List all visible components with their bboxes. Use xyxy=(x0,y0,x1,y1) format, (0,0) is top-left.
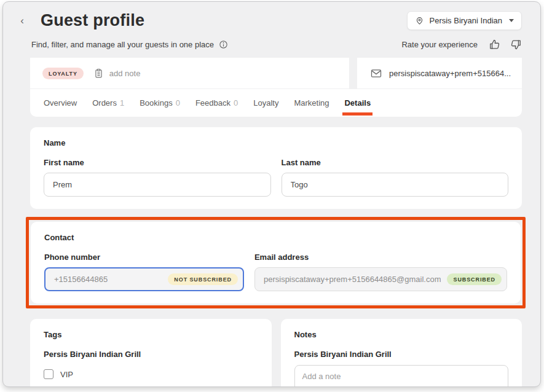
bottom-row: Tags Persis Biryani Indian Grill VIP Not… xyxy=(30,319,522,387)
tab-feedback[interactable]: Feedback 0 xyxy=(195,89,238,117)
contact-highlight-box: Contact Phone number +15156644865 NOT SU… xyxy=(26,217,526,308)
note-textarea[interactable] xyxy=(294,365,509,387)
notes-section: Notes Persis Biryani Indian Grill xyxy=(281,319,522,387)
note-clipboard-icon xyxy=(93,68,104,79)
contact-section: Contact Phone number +15156644865 NOT SU… xyxy=(31,222,521,304)
tab-bookings[interactable]: Bookings 0 xyxy=(140,89,180,117)
info-icon[interactable] xyxy=(219,40,228,49)
add-note-label: add note xyxy=(109,69,141,78)
chevron-down-icon xyxy=(509,19,514,22)
thumbs-down-icon[interactable] xyxy=(510,39,522,50)
rate-experience: Rate your experience xyxy=(401,39,522,50)
tab-details[interactable]: Details xyxy=(344,89,371,117)
thumbs-up-icon[interactable] xyxy=(489,39,500,50)
guest-email-truncated: persispiscataway+prem+515664... xyxy=(389,69,511,78)
email-field[interactable]: persispiscataway+prem+5156644865@gmail.c… xyxy=(254,267,507,291)
location-selector[interactable]: Persis Biryani Indian xyxy=(407,11,522,30)
last-name-field[interactable] xyxy=(282,173,509,197)
tags-restaurant-name: Persis Biryani Indian Grill xyxy=(44,350,258,359)
guest-profile-window: ‹ Guest profile Persis Biryani Indian Fi… xyxy=(2,1,541,387)
rate-experience-label: Rate your experience xyxy=(401,40,478,49)
active-tab-underline xyxy=(342,112,373,116)
page-subtitle: Find, filter, and manage all your guests… xyxy=(31,40,214,49)
phone-subscription-badge: NOT SUBSCRIBED xyxy=(168,273,238,285)
location-selector-label: Persis Biryani Indian xyxy=(430,16,503,25)
tab-overview[interactable]: Overview xyxy=(44,89,77,117)
header: ‹ Guest profile Persis Biryani Indian xyxy=(3,2,540,33)
first-name-field[interactable] xyxy=(44,173,271,197)
tags-section-title: Tags xyxy=(44,330,258,339)
email-subscription-badge: SUBSCRIBED xyxy=(447,273,502,285)
envelope-icon xyxy=(371,69,382,78)
first-name-label: First name xyxy=(44,158,271,167)
email-value: persispiscataway+prem+5156644865@gmail.c… xyxy=(264,275,441,284)
tab-loyalty[interactable]: Loyalty xyxy=(253,89,278,117)
contact-section-title: Contact xyxy=(44,233,507,242)
phone-label: Phone number xyxy=(44,253,244,262)
back-chevron-icon: ‹ xyxy=(20,15,24,27)
location-pin-icon xyxy=(415,16,424,25)
name-section-title: Name xyxy=(44,138,508,147)
name-section: Name First name Last name xyxy=(30,127,522,209)
email-label: Email address xyxy=(254,253,507,262)
phone-value: +15156644865 xyxy=(54,275,108,284)
add-note-button[interactable]: add note xyxy=(93,68,141,79)
guest-summary-card: LOYALTY add note xyxy=(30,58,349,88)
guest-contact-card: persispiscataway+prem+515664... xyxy=(357,58,522,88)
notes-restaurant-name: Persis Biryani Indian Grill xyxy=(294,350,509,359)
sub-header: Find, filter, and manage all your guests… xyxy=(3,33,540,58)
tab-orders[interactable]: Orders 1 xyxy=(92,89,124,117)
tags-section: Tags Persis Biryani Indian Grill VIP xyxy=(30,319,272,387)
tab-marketing[interactable]: Marketing xyxy=(294,89,329,117)
back-button[interactable]: ‹ xyxy=(15,14,29,28)
guest-summary-row: LOYALTY add note xyxy=(30,58,522,88)
phone-field[interactable]: +15156644865 NOT SUBSCRIBED xyxy=(44,267,244,291)
profile-tabs: Overview Orders 1 Bookings 0 Feedback 0 … xyxy=(30,89,522,117)
notes-section-title: Notes xyxy=(294,330,509,339)
page-title: Guest profile xyxy=(41,11,144,30)
last-name-label: Last name xyxy=(282,158,509,167)
guest-email-link[interactable]: persispiscataway+prem+515664... xyxy=(371,69,511,78)
vip-checkbox[interactable] xyxy=(44,369,53,379)
loyalty-badge: LOYALTY xyxy=(42,68,84,79)
vip-tag-row: VIP xyxy=(44,369,258,379)
vip-label: VIP xyxy=(60,370,73,379)
